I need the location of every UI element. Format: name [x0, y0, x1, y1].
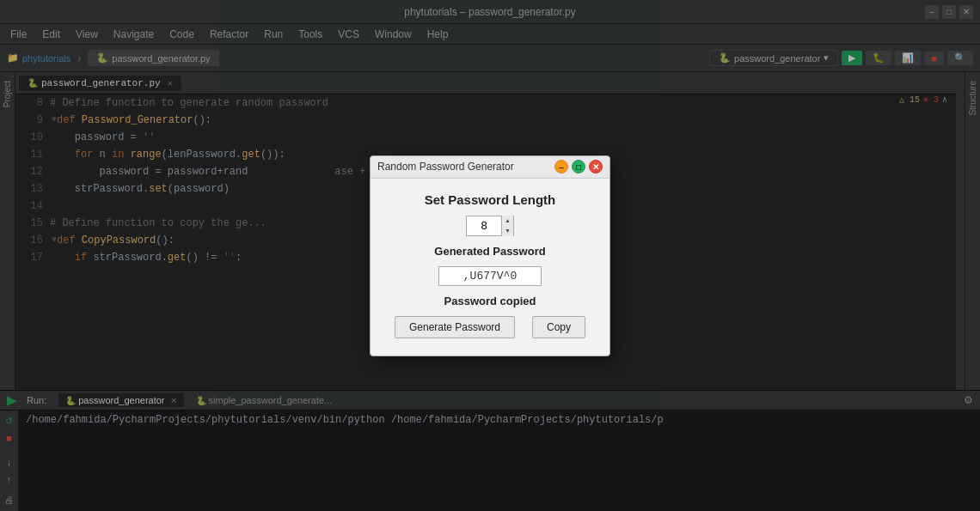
dialog-title: Random Password Generator	[377, 161, 514, 173]
dialog-action-buttons: Generate Password Copy	[395, 316, 585, 342]
dialog-close-button[interactable]: ✕	[589, 160, 603, 173]
dialog-heading: Set Password Length	[425, 192, 556, 207]
spinbox-arrows: ▲ ▼	[501, 216, 513, 236]
generate-password-button[interactable]: Generate Password	[395, 316, 515, 338]
modal-overlay: Random Password Generator – □ ✕ Set Pass…	[0, 0, 980, 511]
dialog-title-bar: Random Password Generator – □ ✕	[371, 156, 609, 179]
password-display: ,U677V^0	[438, 266, 542, 286]
copy-button[interactable]: Copy	[532, 316, 585, 338]
dialog-maximize-button[interactable]: □	[572, 160, 585, 173]
generated-password-label: Generated Password	[434, 245, 545, 258]
password-length-spinbox[interactable]: ▲ ▼	[466, 216, 514, 236]
random-password-dialog: Random Password Generator – □ ✕ Set Pass…	[370, 155, 610, 356]
spin-down-button[interactable]: ▼	[502, 226, 513, 236]
dialog-minimize-button[interactable]: –	[554, 160, 568, 173]
password-length-input[interactable]	[467, 216, 501, 235]
spin-up-button[interactable]: ▲	[502, 216, 513, 226]
dialog-body: Set Password Length ▲ ▼ Generated Passwo…	[371, 179, 609, 356]
password-copied-label: Password copied	[444, 295, 536, 307]
dialog-controls: – □ ✕	[554, 160, 603, 173]
